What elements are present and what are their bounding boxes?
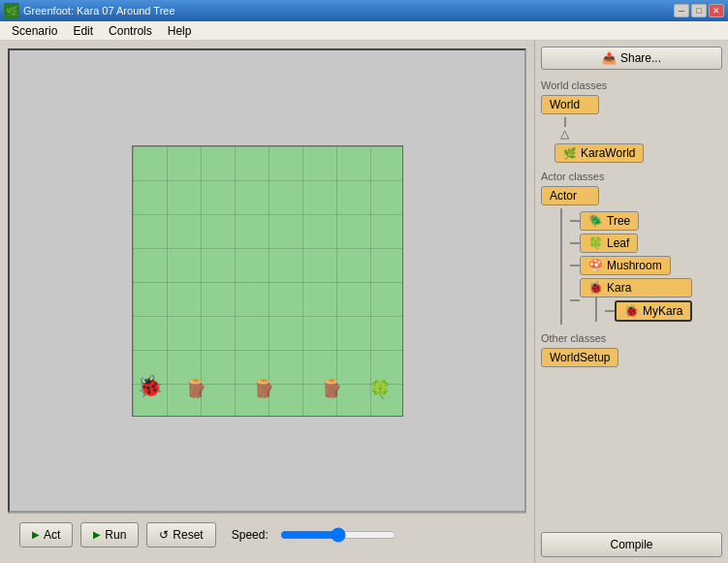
bottom-controls: ▶ Act ▶ Run ↺ Reset Speed: [8, 513, 526, 555]
kara-line-h [570, 299, 580, 301]
compile-button[interactable]: Compile [541, 532, 722, 557]
actor-leaf[interactable]: 🍀 [365, 375, 395, 404]
actor-tree-2[interactable]: 🪵 [249, 374, 278, 403]
class-mykara[interactable]: 🐞 MyKara [615, 300, 692, 322]
menu-edit[interactable]: Edit [65, 22, 101, 40]
leaf-row: 🍀 Leaf [570, 234, 692, 253]
world-class-row: World [541, 95, 722, 114]
tree-line-h [570, 220, 580, 222]
class-kara[interactable]: 🐞 Kara [580, 278, 692, 297]
run-icon: ▶ [93, 529, 101, 540]
main-area: 🐞 🪵 🪵 🪵 🍀 ▶ Act ▶ Run ↺ Reset [0, 41, 728, 563]
worldsetup-class-row: WorldSetup [541, 348, 722, 367]
mykara-row: 🐞 MyKara [605, 300, 692, 322]
karaworld-class-row: 🌿 KaraWorld [554, 143, 722, 163]
mykara-icon: 🐞 [624, 304, 639, 318]
reset-icon: ↺ [159, 528, 169, 542]
window-title: Greenfoot: Kara 07 Around Tree [23, 5, 674, 16]
kara-icon: 🐞 [588, 281, 603, 295]
app-icon: 🌿 [4, 3, 19, 18]
class-tree[interactable]: 🪲 Tree [580, 211, 639, 231]
tree-icon: 🪲 [588, 214, 603, 228]
actor-tree-1[interactable]: 🪵 [181, 374, 210, 403]
minimize-button[interactable]: ─ [674, 4, 689, 17]
leaf-line-h [570, 242, 580, 244]
mykara-line-h [605, 310, 615, 312]
world-classes-label: World classes [541, 79, 722, 91]
world-line-v [564, 117, 566, 127]
menu-controls[interactable]: Controls [101, 22, 160, 40]
close-button[interactable]: ✕ [709, 4, 724, 17]
mushroom-line-h [570, 265, 580, 266]
karaworld-icon: 🌿 [563, 147, 577, 160]
class-karaworld[interactable]: 🌿 KaraWorld [554, 143, 644, 163]
menu-scenario[interactable]: Scenario [4, 22, 65, 40]
kara-children: 🐞 MyKara [595, 297, 692, 322]
actor-classes-label: Actor classes [541, 171, 722, 182]
reset-button[interactable]: ↺ Reset [146, 522, 215, 547]
window-controls: ─ □ ✕ [674, 4, 724, 17]
kara-col: 🐞 Kara 🐞 MyKara [580, 278, 692, 322]
menu-help[interactable]: Help [160, 22, 200, 40]
class-actor[interactable]: Actor [541, 186, 599, 205]
share-button[interactable]: 📤 Share... [541, 47, 722, 70]
run-button[interactable]: ▶ Run [80, 522, 139, 547]
other-classes-hierarchy: WorldSetup [541, 348, 722, 367]
world-arrow-up: △ [560, 127, 569, 141]
other-classes-label: Other classes [541, 332, 722, 344]
world-grid[interactable]: 🐞 🪵 🪵 🪵 🍀 [132, 145, 403, 417]
share-icon: 📤 [602, 51, 617, 65]
left-panel: 🐞 🪵 🪵 🪵 🍀 ▶ Act ▶ Run ↺ Reset [0, 41, 534, 563]
actor-kara[interactable]: 🐞 [136, 372, 165, 401]
menubar: Scenario Edit Controls Help [0, 21, 728, 41]
tree-row: 🪲 Tree [570, 211, 692, 231]
act-icon: ▶ [32, 529, 40, 540]
world-classes-hierarchy: World △ 🌿 KaraWorld [541, 95, 722, 163]
class-worldsetup[interactable]: WorldSetup [541, 348, 618, 367]
class-mushroom[interactable]: 🍄 Mushroom [580, 256, 671, 275]
actor-classes-hierarchy: Actor 🪲 Tree [541, 186, 722, 325]
actor-tree-3[interactable]: 🪵 [317, 374, 346, 403]
right-content: World classes World △ 🌿 KaraWor [541, 78, 722, 532]
class-world[interactable]: World [541, 95, 599, 114]
actor-connector: 🪲 Tree 🍀 Leaf [560, 208, 722, 325]
right-panel: 📤 Share... World classes World △ [534, 41, 728, 563]
titlebar: 🌿 Greenfoot: Kara 07 Around Tree ─ □ ✕ [0, 0, 728, 21]
class-leaf[interactable]: 🍀 Leaf [580, 234, 638, 253]
speed-slider[interactable] [280, 527, 396, 543]
act-button[interactable]: ▶ Act [19, 522, 73, 547]
actor-class-row: Actor [541, 186, 722, 205]
mushroom-row: 🍄 Mushroom [570, 256, 692, 275]
world-view: 🐞 🪵 🪵 🪵 🍀 [8, 48, 526, 513]
world-arrow-row: △ [560, 117, 722, 141]
speed-label: Speed: [232, 528, 269, 542]
mushroom-icon: 🍄 [588, 259, 603, 272]
actor-children: 🪲 Tree 🍀 Leaf [560, 208, 692, 325]
leaf-icon: 🍀 [588, 236, 603, 250]
maximize-button[interactable]: □ [691, 4, 707, 17]
kara-row: 🐞 Kara 🐞 MyKara [570, 278, 692, 322]
